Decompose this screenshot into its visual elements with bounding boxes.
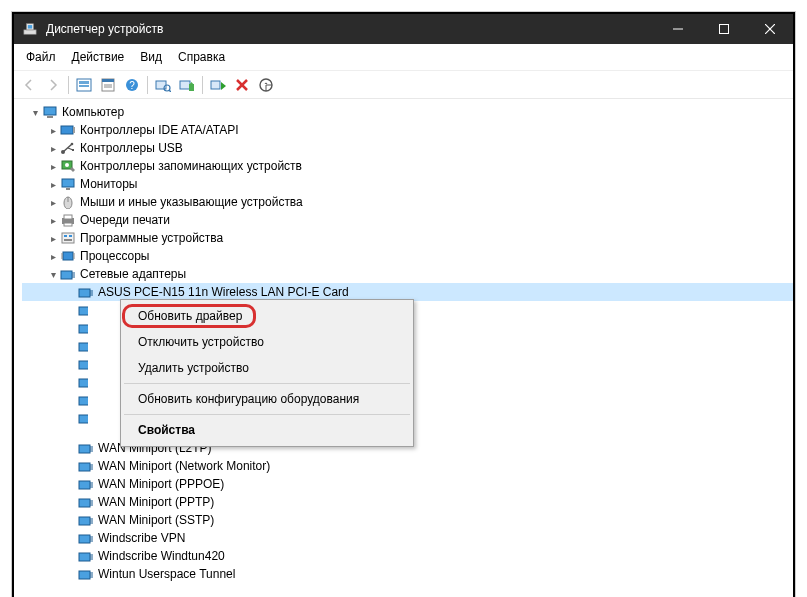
maximize-button[interactable]: [701, 14, 747, 44]
tree-device[interactable]: WAN Miniport (SSTP): [22, 511, 793, 529]
svg-point-35: [65, 163, 69, 167]
close-button[interactable]: [747, 14, 793, 44]
tree-device[interactable]: Wintun Userspace Tunnel: [22, 565, 793, 583]
chevron-right-icon[interactable]: ▸: [46, 251, 60, 262]
ctx-properties[interactable]: Свойства: [124, 417, 410, 443]
network-adapter-icon: [78, 374, 88, 390]
ctx-separator: [124, 383, 410, 384]
tree-device[interactable]: Windscribe Windtun420: [22, 547, 793, 565]
menu-action[interactable]: Действие: [64, 46, 133, 68]
minimize-button[interactable]: [655, 14, 701, 44]
tree-label: Сетевые адаптеры: [80, 267, 186, 281]
toolbar-forward: [42, 74, 64, 96]
chevron-right-icon[interactable]: ▸: [46, 125, 60, 136]
svg-rect-28: [73, 127, 75, 133]
ctx-scan-hardware[interactable]: Обновить конфигурацию оборудования: [124, 386, 410, 412]
tree-device[interactable]: WAN Miniport (PPPOE): [22, 475, 793, 493]
network-adapter-icon: [78, 494, 94, 510]
svg-rect-37: [66, 188, 70, 190]
titlebar[interactable]: Диспетчер устройств: [14, 14, 793, 44]
tree-label: Контроллеры IDE ATA/ATAPI: [80, 123, 239, 137]
svg-rect-20: [189, 84, 194, 91]
toolbar-properties[interactable]: [97, 74, 119, 96]
tree-category[interactable]: ▸Контроллеры запоминающих устройств: [22, 157, 793, 175]
tree-device-stub: [22, 391, 88, 409]
network-adapter-icon: [78, 284, 94, 300]
tree-root[interactable]: ▾ Компьютер: [22, 103, 793, 121]
svg-rect-21: [211, 81, 220, 89]
category-icon: [60, 122, 76, 138]
svg-rect-70: [79, 571, 90, 579]
network-adapter-icon: [78, 512, 94, 528]
svg-rect-69: [79, 553, 90, 561]
svg-rect-58: [79, 343, 88, 351]
tree-device[interactable]: WAN Miniport (PPTP): [22, 493, 793, 511]
category-icon: [60, 212, 76, 228]
toolbar-help[interactable]: ?: [121, 74, 143, 96]
chevron-right-icon[interactable]: ▸: [46, 179, 60, 190]
svg-rect-41: [64, 215, 72, 219]
tree-category-network[interactable]: ▾ Сетевые адаптеры: [22, 265, 793, 283]
svg-rect-60: [79, 379, 88, 387]
svg-rect-25: [44, 107, 56, 115]
toolbar-sep: [68, 76, 69, 94]
svg-rect-57: [79, 325, 88, 333]
svg-rect-65: [79, 481, 90, 489]
svg-rect-55: [79, 289, 90, 297]
tree-device[interactable]: WAN Miniport (Network Monitor): [22, 457, 793, 475]
tree-category[interactable]: ▸Программные устройства: [22, 229, 793, 247]
ctx-update-driver[interactable]: Обновить драйвер: [124, 303, 410, 329]
tree-category[interactable]: ▸Процессоры: [22, 247, 793, 265]
network-adapter-icon: [78, 530, 94, 546]
ctx-disable-device[interactable]: Отключить устройство: [124, 329, 410, 355]
chevron-right-icon[interactable]: ▸: [46, 233, 60, 244]
chevron-down-icon[interactable]: ▾: [46, 269, 60, 280]
tree-category[interactable]: ▸Мыши и иные указывающие устройства: [22, 193, 793, 211]
svg-rect-11: [102, 79, 114, 82]
svg-rect-0: [24, 30, 36, 34]
tree-label: WAN Miniport (PPTP): [98, 495, 214, 509]
tree-category[interactable]: ▸Контроллеры IDE ATA/ATAPI: [22, 121, 793, 139]
tree-category[interactable]: ▸Очереди печати: [22, 211, 793, 229]
toolbar-show-hidden[interactable]: [73, 74, 95, 96]
tree-device[interactable]: Windscribe VPN: [22, 529, 793, 547]
toolbar-disable[interactable]: [255, 74, 277, 96]
tree-device-stub: [22, 337, 88, 355]
toolbar-enable[interactable]: [207, 74, 229, 96]
menu-view[interactable]: Вид: [132, 46, 170, 68]
chevron-right-icon[interactable]: ▸: [46, 215, 60, 226]
toolbar-scan-hardware[interactable]: [152, 74, 174, 96]
tree-category[interactable]: ▸Контроллеры USB: [22, 139, 793, 157]
category-icon: [60, 176, 76, 192]
tree-label: ASUS PCE-N15 11n Wireless LAN PCI-E Card: [98, 285, 349, 299]
tree-category[interactable]: ▸Мониторы: [22, 175, 793, 193]
toolbar-uninstall[interactable]: [231, 74, 253, 96]
category-icon: [60, 140, 76, 156]
tree-label: Мыши и иные указывающие устройства: [80, 195, 303, 209]
svg-rect-67: [79, 517, 90, 525]
menu-help[interactable]: Справка: [170, 46, 233, 68]
category-icon: [60, 230, 76, 246]
chevron-right-icon[interactable]: ▸: [46, 143, 60, 154]
ctx-uninstall-device[interactable]: Удалить устройство: [124, 355, 410, 381]
svg-rect-64: [79, 463, 90, 471]
menu-file[interactable]: Файл: [18, 46, 64, 68]
device-tree[interactable]: ▾ Компьютер ▸Контроллеры IDE ATA/ATAPI▸К…: [14, 99, 793, 597]
svg-rect-54: [61, 271, 72, 279]
svg-rect-42: [64, 223, 72, 226]
svg-rect-33: [72, 149, 74, 151]
network-adapter-icon: [78, 320, 88, 336]
network-adapter-icon: [60, 266, 76, 282]
chevron-right-icon[interactable]: ▸: [46, 197, 60, 208]
tree-device-stub: [22, 319, 88, 337]
chevron-right-icon[interactable]: ▸: [46, 161, 60, 172]
svg-point-31: [71, 143, 74, 146]
computer-icon: [42, 104, 58, 120]
network-adapter-icon: [78, 458, 94, 474]
toolbar-update-driver[interactable]: [176, 74, 198, 96]
network-adapter-icon: [78, 476, 94, 492]
svg-rect-36: [62, 179, 74, 187]
category-icon: [60, 248, 76, 264]
chevron-down-icon[interactable]: ▾: [28, 107, 42, 118]
svg-rect-44: [64, 235, 67, 237]
